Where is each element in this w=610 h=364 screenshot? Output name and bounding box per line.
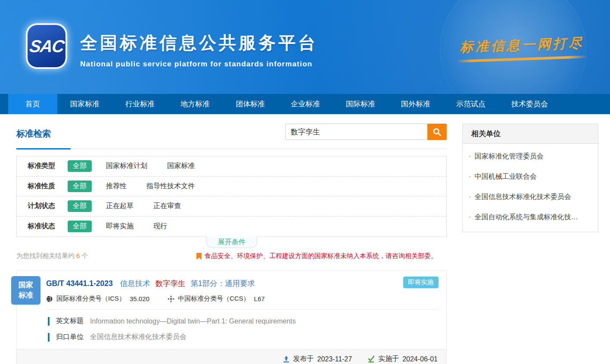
teal-bar: [48, 317, 50, 326]
content-area: 标准检索 标准类型 全部 国家标准计划 国家标准: [0, 114, 610, 364]
filter-row-standard-nature: 标准性质 全部 推荐性 指导性技术文件: [17, 177, 446, 197]
english-title-row: 英文标题 Information technology—Digital twin…: [48, 317, 446, 326]
filter-all-button[interactable]: 全部: [68, 180, 92, 192]
filter-panel: 标准类型 全部 国家标准计划 国家标准 标准性质 全部 推荐性 指导性技术文件 …: [16, 156, 447, 237]
filter-all-button[interactable]: 全部: [68, 221, 92, 232]
site-title-block: 全国标准信息公共服务平台 National public service pla…: [80, 31, 318, 68]
results-summary-row: 为您找到相关结果约6个 食品安全、环境保护、工程建设方面的国家标准未纳入本系统，…: [16, 252, 447, 260]
standard-code[interactable]: GB/T 43441.1-2023: [46, 279, 113, 288]
filter-option[interactable]: 正在审查: [153, 202, 181, 211]
committee-label: 归口单位: [56, 333, 84, 342]
card-divider: [46, 309, 439, 310]
english-title-value: Information technology—Digital twin—Part…: [90, 317, 296, 325]
globe-icon: [46, 296, 53, 302]
section-head: 标准检索: [16, 124, 447, 149]
published-label: 发布于: [293, 355, 314, 364]
related-unit-it-standardization-committee[interactable]: 全国信息技术标准化技术委员会: [463, 187, 598, 207]
english-title-label: 英文标题: [56, 317, 84, 326]
site-subtitle: National public service platform for sta…: [80, 60, 318, 68]
slogan-text: 标准信息一网打尽: [456, 34, 588, 57]
filter-option[interactable]: 正在起草: [106, 202, 134, 211]
badge-line2: 标准: [11, 290, 40, 301]
card-footer: 发布于 2023-11-27 实施于 2024-06-01: [17, 349, 446, 364]
ics-label: 国际标准分类号（ICS）: [56, 295, 125, 303]
page-title: 标准检索: [16, 124, 51, 140]
ccs-label: 中国标准分类号（CCS）: [178, 295, 250, 303]
sac-logo-text: SAC: [28, 37, 65, 56]
results-summary: 为您找到相关结果约6个: [16, 252, 88, 260]
nav-foreign-standards[interactable]: 国外标准: [388, 94, 443, 114]
search-button[interactable]: [427, 124, 447, 140]
nav-international-standards[interactable]: 国际标准: [333, 94, 388, 114]
implemented-date-item: 实施于 2024-06-01: [367, 355, 438, 364]
notice-text: 食品安全、环境保护、工程建设方面的国家标准未纳入本系统，请咨询相关部委。: [205, 252, 437, 260]
standard-title-part1[interactable]: 信息技术: [120, 279, 150, 288]
national-standard-badge: 国家 标准: [11, 276, 40, 305]
expand-conditions-button[interactable]: 展开条件: [206, 236, 257, 248]
slogan: 标准信息一网打尽: [456, 36, 588, 60]
nav-technical-committees[interactable]: 技术委员会: [498, 94, 561, 114]
standard-title-link[interactable]: GB/T 43441.1-2023 信息技术 数字孪生 第1部分：通用要求: [46, 278, 446, 289]
published-date: 2023-11-27: [317, 355, 352, 363]
page-title-underline: [16, 148, 71, 149]
teal-bar: [48, 333, 50, 342]
nav-industry-standards[interactable]: 行业标准: [112, 94, 168, 114]
standard-title-part2[interactable]: 第1部分：通用要求: [190, 279, 255, 288]
implemented-label: 实施于: [378, 355, 399, 364]
system-notice: 食品安全、环境保护、工程建设方面的国家标准未纳入本系统，请咨询相关部委。: [196, 252, 437, 260]
standard-meta-row: 国际标准分类号（ICS） 35.020 中国标准分类号（CCS） L67: [46, 295, 446, 303]
filter-label: 标准性质: [28, 182, 68, 191]
filter-option[interactable]: 国家标准: [167, 162, 195, 171]
publish-icon: [283, 355, 290, 363]
committee-row: 归口单位 全国信息技术标准化技术委员会: [48, 333, 446, 342]
implemented-date: 2024-06-01: [402, 355, 438, 363]
filter-label: 计划状态: [28, 202, 68, 211]
filter-option[interactable]: 现行: [153, 222, 167, 231]
related-unit-machinery-federation[interactable]: 中国机械工业联合会: [463, 167, 598, 187]
nav-group-standards[interactable]: 团体标准: [223, 94, 278, 114]
site-title: 全国标准信息公共服务平台: [80, 31, 318, 55]
nav-local-standards[interactable]: 地方标准: [168, 94, 223, 114]
summary-prefix: 为您找到相关结果约: [16, 252, 75, 259]
filter-row-standard-type: 标准类型 全部 国家标准计划 国家标准: [17, 156, 446, 177]
results-count: 6: [75, 252, 81, 259]
ccs-value: L67: [254, 295, 265, 302]
site-header: SAC 全国标准信息公共服务平台 National public service…: [0, 0, 610, 94]
filter-option[interactable]: 即将实施: [106, 222, 134, 231]
result-card: 国家 标准 即将实施 GB/T 43441.1-2023 信息技术 数字孪生 第…: [16, 271, 447, 364]
implemented-icon: [367, 355, 375, 363]
summary-suffix: 个: [81, 252, 88, 259]
nav-pilot-programs[interactable]: 示范试点: [443, 94, 498, 114]
filter-option[interactable]: 指导性技术文件: [146, 182, 195, 191]
related-units-list: 国家标准化管理委员会 中国机械工业联合会 全国信息技术标准化技术委员会 全国自动…: [463, 144, 598, 232]
related-units-panel: 相关单位 国家标准化管理委员会 中国机械工业联合会 全国信息技术标准化技术委员会…: [462, 124, 598, 232]
status-badge: 即将实施: [403, 277, 439, 288]
main-nav: 首页 国家标准 行业标准 地方标准 团体标准 企业标准 国际标准 国外标准 示范…: [0, 94, 610, 114]
filter-label: 标准类型: [28, 162, 68, 171]
filter-option[interactable]: 国家标准计划: [106, 162, 147, 171]
search-box: [285, 124, 447, 140]
filter-row-standard-status: 标准状态 全部 即将实施 现行: [17, 217, 446, 237]
nav-national-standards[interactable]: 国家标准: [57, 94, 112, 114]
ics-value: 35.020: [130, 295, 149, 302]
related-unit-automation-systems-committee[interactable]: 全国自动化系统与集成标准化技…: [463, 207, 598, 227]
badge-line1: 国家: [11, 280, 40, 290]
sac-logo[interactable]: SAC: [26, 23, 67, 69]
nav-home[interactable]: 首页: [8, 94, 57, 114]
main-column: 标准检索 标准类型 全部 国家标准计划 国家标准: [16, 124, 447, 364]
standard-title-highlight[interactable]: 数字孪生: [155, 279, 185, 288]
filter-all-button[interactable]: 全部: [68, 160, 92, 172]
published-date-item: 发布于 2023-11-27: [283, 355, 352, 364]
filter-label: 标准状态: [28, 222, 68, 231]
related-units-title: 相关单位: [463, 124, 598, 144]
committee-value: 全国信息技术标准化技术委员会: [90, 333, 187, 342]
bookmark-icon: [196, 253, 202, 260]
expand-conditions-wrap: 展开条件: [16, 236, 447, 248]
filter-option[interactable]: 推荐性: [106, 182, 127, 191]
nav-enterprise-standards[interactable]: 企业标准: [278, 94, 333, 114]
filter-all-button[interactable]: 全部: [68, 200, 92, 212]
search-input[interactable]: [285, 124, 427, 140]
search-icon: [433, 128, 442, 137]
compass-icon: [168, 296, 174, 302]
related-unit-sac[interactable]: 国家标准化管理委员会: [463, 146, 598, 167]
